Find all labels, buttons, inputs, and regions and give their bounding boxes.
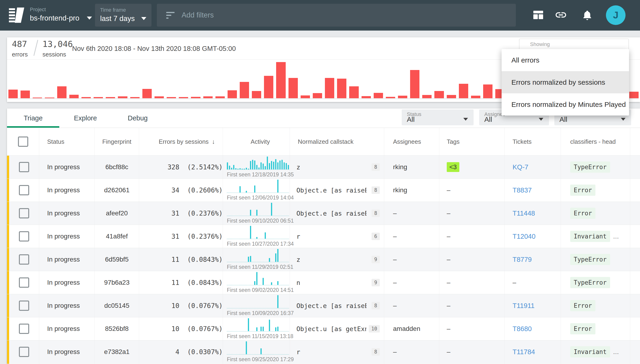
- histogram-bar[interactable]: [264, 76, 273, 98]
- row-checkbox[interactable]: [19, 300, 29, 311]
- tab-explore[interactable]: Explore: [59, 108, 112, 128]
- histogram-bar[interactable]: [349, 86, 358, 98]
- histogram-bar[interactable]: [301, 96, 310, 98]
- histogram-bar[interactable]: [118, 96, 127, 98]
- ticket-value[interactable]: T8779: [512, 256, 532, 264]
- callstack-cell[interactable]: z 8: [290, 156, 384, 178]
- fingerprint-cell[interactable]: 8526bf8: [95, 317, 139, 340]
- tags-cell[interactable]: –: [439, 202, 504, 225]
- header-classifiers-head[interactable]: classifiers - head: [561, 128, 630, 156]
- ticket-value[interactable]: T11784: [512, 348, 535, 356]
- histogram-bar[interactable]: [325, 78, 334, 98]
- row-checkbox[interactable]: [19, 347, 29, 357]
- assignees-cell[interactable]: –: [384, 294, 439, 317]
- assignees-cell[interactable]: rking: [384, 179, 439, 202]
- header-normalized-callstack[interactable]: Normalized callstack: [290, 128, 384, 156]
- histogram-bar[interactable]: [142, 89, 152, 98]
- row-checkbox[interactable]: [19, 162, 29, 172]
- histogram-bar[interactable]: [483, 84, 492, 98]
- histogram-bar[interactable]: [82, 97, 91, 98]
- assignees-cell[interactable]: rking: [384, 156, 439, 178]
- histogram-bar[interactable]: [216, 96, 225, 98]
- fingerprint-cell[interactable]: e7382a1: [95, 340, 139, 363]
- header-status[interactable]: Status: [39, 128, 95, 156]
- notifications-bell-icon[interactable]: [582, 9, 592, 21]
- histogram-bar[interactable]: [57, 86, 66, 98]
- histogram-bar[interactable]: [374, 93, 383, 98]
- assignees-cell[interactable]: –: [384, 248, 439, 271]
- timeframe-selector[interactable]: Time frame last 7 days: [95, 4, 152, 26]
- tags-cell[interactable]: –: [439, 340, 504, 363]
- histogram-bar[interactable]: [398, 96, 407, 98]
- tags-cell[interactable]: –: [439, 317, 504, 340]
- assignees-cell[interactable]: –: [384, 202, 439, 225]
- link-icon[interactable]: [554, 11, 567, 19]
- tags-cell[interactable]: –: [439, 248, 504, 271]
- assignees-cell[interactable]: –: [384, 225, 439, 248]
- header-tickets[interactable]: Tickets: [504, 128, 561, 156]
- histogram-bar[interactable]: [313, 93, 322, 98]
- callstack-cell[interactable]: Object.e [as raiseErro… 8: [290, 179, 384, 202]
- histogram-bar[interactable]: [69, 95, 79, 98]
- histogram-bar[interactable]: [434, 91, 444, 98]
- ticket-value[interactable]: –: [512, 279, 516, 286]
- histogram-bar[interactable]: [337, 79, 346, 98]
- histogram-bar[interactable]: [179, 97, 188, 98]
- menu-item-errors-normalized-by-sessions[interactable]: Errors normalized by sessions: [502, 71, 629, 93]
- histogram-bar[interactable]: [447, 95, 456, 98]
- callstack-cell[interactable]: r 6: [290, 225, 384, 248]
- tags-cell[interactable]: <3: [439, 156, 504, 178]
- histogram-bar[interactable]: [33, 98, 42, 98]
- histogram-bar[interactable]: [459, 84, 468, 98]
- row-checkbox[interactable]: [19, 231, 29, 242]
- tab-debug[interactable]: Debug: [112, 108, 164, 128]
- histogram-bar[interactable]: [276, 62, 286, 98]
- histogram-bar[interactable]: [106, 97, 115, 98]
- menu-item-all-errors[interactable]: All errors: [502, 49, 629, 71]
- histogram-bar[interactable]: [288, 78, 298, 98]
- histogram-bar[interactable]: [240, 82, 249, 98]
- backtrace-logo-icon[interactable]: [8, 6, 25, 24]
- tags-cell[interactable]: –: [439, 294, 504, 317]
- callstack-cell[interactable]: Object.e [as raiseErro… 8: [290, 202, 384, 225]
- tab-triage[interactable]: Triage: [7, 108, 59, 128]
- histogram-bar[interactable]: [471, 96, 480, 98]
- histogram-bar[interactable]: [203, 96, 213, 98]
- tags-cell[interactable]: –: [439, 179, 504, 202]
- ticket-value[interactable]: T12040: [512, 233, 536, 240]
- row-checkbox[interactable]: [19, 208, 29, 218]
- select-all-checkbox[interactable]: [18, 136, 28, 147]
- sort-descending-icon[interactable]: ↓: [212, 138, 215, 145]
- add-filters-input[interactable]: Add filters: [157, 4, 516, 26]
- ticket-value[interactable]: T11448: [512, 210, 535, 217]
- callstack-cell[interactable]: r 8: [290, 340, 384, 363]
- header-errors-by-sessions[interactable]: Errors by sessions ↓: [139, 128, 223, 156]
- dashboard-layout-icon[interactable]: [533, 10, 544, 20]
- row-checkbox[interactable]: [19, 254, 29, 264]
- histogram-bar[interactable]: [8, 90, 18, 98]
- histogram-bar[interactable]: [167, 97, 176, 98]
- histogram-bar[interactable]: [45, 98, 54, 98]
- user-avatar[interactable]: J: [606, 5, 626, 25]
- fingerprint-cell[interactable]: 6d59bf5: [95, 248, 139, 271]
- callstack-cell[interactable]: Object.u [as getExn] 10: [290, 317, 384, 340]
- project-selector[interactable]: Project bs-frontend-pro: [30, 7, 92, 22]
- row-checkbox[interactable]: [19, 324, 29, 334]
- header-assignees[interactable]: Assignees: [384, 128, 439, 156]
- assignees-cell[interactable]: amadden: [384, 317, 439, 340]
- ticket-value[interactable]: T8680: [512, 325, 532, 333]
- callstack-cell[interactable]: Object.e [as raiseErro… 8: [290, 294, 384, 317]
- header-tags[interactable]: Tags: [439, 128, 504, 156]
- histogram-bar[interactable]: [228, 90, 237, 98]
- histogram-bar[interactable]: [422, 95, 432, 98]
- fingerprint-cell[interactable]: 97b6a23: [95, 271, 139, 294]
- status-filter-select[interactable]: Status All: [402, 110, 474, 125]
- assignees-cell[interactable]: –: [384, 340, 439, 363]
- ticket-value[interactable]: T8837: [512, 186, 532, 194]
- histogram-bar[interactable]: [410, 70, 420, 98]
- fingerprint-cell[interactable]: 6bcf88c: [95, 156, 139, 178]
- histogram-bar[interactable]: [362, 96, 371, 98]
- histogram-bar[interactable]: [191, 97, 200, 98]
- tags-cell[interactable]: –: [439, 271, 504, 294]
- histogram-bar[interactable]: [252, 91, 261, 98]
